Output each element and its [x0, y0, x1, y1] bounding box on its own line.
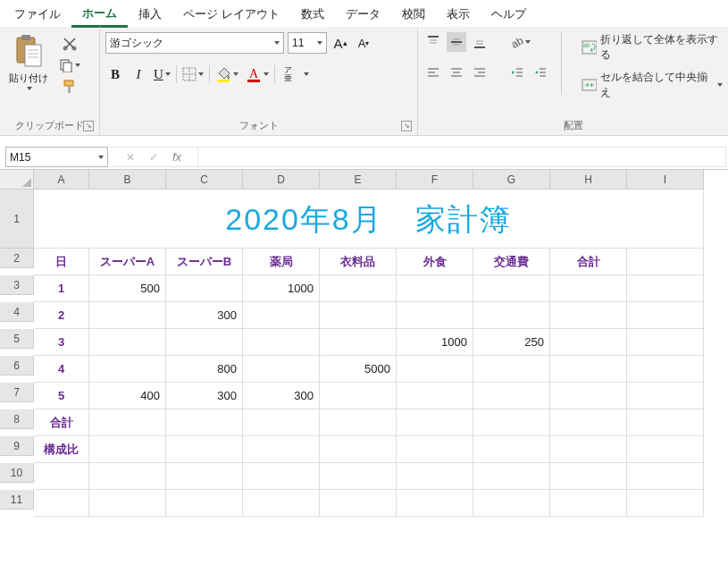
- row-header[interactable]: 6: [0, 356, 34, 375]
- col-header[interactable]: C: [166, 170, 243, 190]
- row-header[interactable]: 11: [0, 490, 34, 510]
- bold-button[interactable]: B: [105, 64, 125, 84]
- cell[interactable]: [243, 356, 320, 383]
- col-header[interactable]: I: [627, 170, 704, 190]
- cell[interactable]: [550, 356, 627, 383]
- increase-indent-button[interactable]: [531, 63, 550, 82]
- cell[interactable]: [89, 302, 166, 329]
- cell[interactable]: 500: [89, 275, 166, 302]
- cell[interactable]: [473, 275, 550, 302]
- cell[interactable]: 300: [166, 302, 243, 329]
- cell[interactable]: [320, 463, 397, 490]
- fx-icon[interactable]: fx: [172, 150, 181, 164]
- row-header[interactable]: 4: [0, 302, 34, 322]
- cell[interactable]: [320, 383, 397, 409]
- cell[interactable]: [320, 329, 397, 356]
- cell[interactable]: 合計: [550, 249, 627, 275]
- menu-help[interactable]: ヘルプ: [481, 1, 537, 26]
- cell[interactable]: [473, 490, 550, 517]
- cell[interactable]: 800: [166, 356, 243, 383]
- cell[interactable]: 構成比: [34, 436, 89, 463]
- cell[interactable]: 交通費: [473, 249, 550, 275]
- menu-page-layout[interactable]: ページ レイアウト: [172, 1, 290, 26]
- cell[interactable]: [473, 356, 550, 383]
- row-header[interactable]: 10: [0, 463, 34, 483]
- align-middle-button[interactable]: [447, 32, 466, 52]
- cell[interactable]: [166, 463, 243, 490]
- name-box[interactable]: M15: [5, 147, 108, 167]
- align-top-button[interactable]: [423, 32, 443, 52]
- cell[interactable]: [473, 383, 550, 409]
- dialog-launcher-icon[interactable]: ↘: [83, 121, 94, 131]
- cell[interactable]: [397, 383, 473, 409]
- cell[interactable]: 300: [166, 383, 243, 409]
- align-bottom-button[interactable]: [470, 32, 490, 52]
- menu-home[interactable]: ホーム: [71, 0, 128, 28]
- italic-button[interactable]: I: [129, 64, 148, 84]
- cell[interactable]: [89, 463, 166, 490]
- cell[interactable]: 1: [34, 275, 89, 302]
- cell[interactable]: [243, 490, 320, 517]
- col-header[interactable]: D: [243, 170, 320, 190]
- cell[interactable]: [243, 409, 320, 436]
- row-header[interactable]: 2: [0, 249, 34, 268]
- cell[interactable]: 1000: [397, 329, 473, 356]
- shrink-font-button[interactable]: A▾: [354, 33, 373, 53]
- cell[interactable]: 300: [243, 383, 320, 409]
- dialog-launcher-icon[interactable]: ↘: [401, 121, 412, 131]
- cell[interactable]: 4: [34, 356, 89, 383]
- cell[interactable]: [320, 275, 397, 302]
- font-color-button[interactable]: A: [244, 64, 271, 84]
- col-header[interactable]: H: [550, 170, 627, 190]
- cell[interactable]: [550, 275, 627, 302]
- copy-button[interactable]: [57, 55, 82, 75]
- cell[interactable]: 400: [89, 383, 166, 409]
- cell[interactable]: [397, 436, 473, 463]
- title-cell[interactable]: 2020年8月 家計簿: [34, 190, 704, 249]
- cell[interactable]: [243, 436, 320, 463]
- cell[interactable]: 5000: [320, 356, 397, 383]
- row-header[interactable]: 7: [0, 383, 34, 402]
- underline-button[interactable]: U: [152, 64, 172, 84]
- cell[interactable]: 衣料品: [320, 249, 397, 275]
- cell[interactable]: [550, 463, 627, 490]
- menu-file[interactable]: ファイル: [4, 1, 71, 26]
- select-all-corner[interactable]: [0, 170, 34, 190]
- cancel-formula-icon[interactable]: ✕: [126, 151, 135, 164]
- cell[interactable]: [34, 463, 89, 490]
- align-right-button[interactable]: [470, 63, 490, 82]
- cell[interactable]: [320, 436, 397, 463]
- cell[interactable]: 日: [34, 249, 89, 275]
- merge-center-button[interactable]: セルを結合して中央揃え: [582, 70, 723, 100]
- cell[interactable]: [243, 463, 320, 490]
- cell[interactable]: [89, 409, 166, 436]
- font-name-combo[interactable]: 游ゴシック: [105, 32, 284, 54]
- cell[interactable]: [627, 383, 704, 409]
- cut-button[interactable]: [57, 34, 82, 54]
- col-header[interactable]: A: [34, 170, 89, 190]
- cell[interactable]: [550, 436, 627, 463]
- cell[interactable]: 薬局: [243, 249, 320, 275]
- cell[interactable]: 1000: [243, 275, 320, 302]
- cell[interactable]: 250: [473, 329, 550, 356]
- cell[interactable]: [473, 463, 550, 490]
- cell[interactable]: [89, 329, 166, 356]
- accept-formula-icon[interactable]: ✓: [149, 151, 158, 164]
- cell[interactable]: 合計: [34, 409, 89, 436]
- row-header[interactable]: 5: [0, 329, 34, 349]
- cell[interactable]: [243, 302, 320, 329]
- cell[interactable]: [627, 409, 704, 436]
- cell[interactable]: [34, 490, 89, 517]
- cell[interactable]: [550, 490, 627, 517]
- align-center-button[interactable]: [447, 63, 466, 82]
- cell[interactable]: [320, 302, 397, 329]
- cell[interactable]: [627, 329, 704, 356]
- col-header[interactable]: B: [89, 170, 166, 190]
- formula-input[interactable]: [198, 147, 726, 167]
- cell[interactable]: [89, 356, 166, 383]
- format-painter-button[interactable]: [57, 77, 82, 97]
- cell[interactable]: [166, 329, 243, 356]
- cell[interactable]: [627, 249, 704, 275]
- cell[interactable]: [166, 436, 243, 463]
- cell[interactable]: [320, 409, 397, 436]
